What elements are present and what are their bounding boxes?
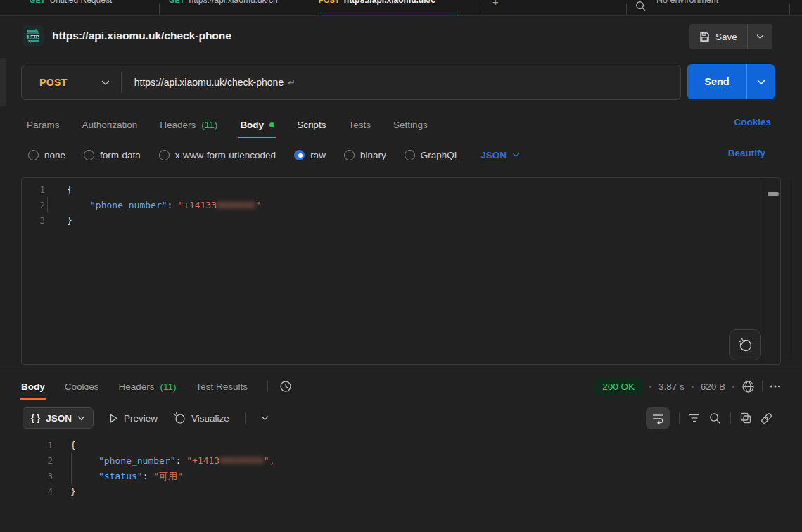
json-key: "status" (98, 471, 143, 481)
response-tab-cookies[interactable]: Cookies (65, 373, 99, 400)
redacted-digits: 0000000 (217, 200, 255, 210)
send-options-button[interactable] (746, 64, 775, 99)
postman-window: GETUntitled Request GEThttps://api.xiaom… (0, 0, 802, 532)
tab-headers[interactable]: Headers (11) (160, 111, 217, 138)
code-line: 1 { (0, 438, 781, 453)
postbot-button[interactable] (729, 329, 761, 360)
response-tools (646, 407, 772, 429)
radio-icon (28, 150, 39, 160)
url-bar: POST https://api.xiaomu.uk/check-phone ↵ (21, 65, 681, 100)
editor-scrollbar-thumb[interactable] (768, 192, 779, 196)
indent-guide (71, 453, 72, 484)
code-line: 3 "status": "可用" (0, 469, 781, 484)
mode-binary[interactable]: binary (344, 150, 386, 160)
cookies-link[interactable]: Cookies (734, 117, 771, 127)
save-options-button[interactable] (747, 24, 772, 49)
dot-separator (692, 386, 694, 388)
response-tab-test-results[interactable]: Test Results (196, 373, 248, 400)
redacted-digits: 00000000 (219, 455, 264, 466)
radio-icon (344, 150, 355, 160)
method-dropdown[interactable]: POST (22, 77, 121, 88)
code-line: 2 "phone_number": "+141300000000", (0, 453, 781, 469)
response-body-viewer[interactable]: 1 { 2 "phone_number": "+141300000000", 3… (0, 433, 781, 500)
postbot-sparkle-icon (737, 337, 753, 353)
enter-hint: ↵ (288, 77, 295, 88)
word-wrap-button[interactable] (646, 407, 670, 429)
tab-params[interactable]: Params (27, 111, 60, 138)
method-label: POST (39, 77, 68, 88)
json-key: "phone_number" (98, 455, 176, 466)
preview-button[interactable]: Preview (109, 413, 158, 424)
request-tab-3-active[interactable]: POSThttps://api.xiaomu.uk/c (319, 0, 435, 5)
send-button[interactable]: Send (687, 64, 746, 99)
mode-graphql[interactable]: GraphQL (405, 150, 460, 160)
save-icon (699, 32, 710, 42)
request-tab-1[interactable]: GETUntitled Request (30, 0, 112, 5)
request-tab-2[interactable]: GEThttps://api.xiaomu.uk/ch (169, 0, 278, 5)
tab-scripts[interactable]: Scripts (297, 111, 326, 138)
divider (762, 381, 763, 392)
language-dropdown[interactable]: JSON (480, 150, 520, 160)
dot-separator (732, 386, 734, 388)
new-tab-button[interactable]: + (492, 0, 499, 8)
code-line: 3 } (22, 213, 780, 229)
tab-title: https://api.xiaomu.uk/c (344, 0, 435, 5)
tab-tests[interactable]: Tests (348, 111, 371, 138)
response-history-icon[interactable] (279, 380, 292, 393)
response-format-dropdown[interactable]: { } JSON (23, 407, 94, 429)
code-line: 1 { (22, 182, 780, 198)
environment-selector[interactable]: No environment (656, 0, 718, 5)
dot-separator (649, 386, 651, 388)
response-tab-headers[interactable]: Headers (11) (119, 373, 177, 400)
svg-text:HTTP: HTTP (27, 34, 39, 39)
divider (267, 381, 268, 392)
response-size[interactable]: 620 B (701, 381, 725, 392)
request-body-editor[interactable]: 1 { 2 "phone_number": "+141330000000" 3 … (21, 177, 781, 365)
active-tab-underline (319, 15, 457, 16)
collapsed-sidebar-edge (0, 58, 6, 106)
mode-form-data[interactable]: form-data (84, 150, 141, 160)
search-in-response-icon[interactable] (709, 412, 721, 424)
method-badge: GET (169, 0, 185, 4)
tab-body[interactable]: Body (240, 111, 274, 138)
json-string-value: "可用" (153, 471, 183, 481)
url-input[interactable]: https://api.xiaomu.uk/check-phone (134, 77, 284, 88)
chevron-down-icon (77, 415, 85, 421)
radio-icon (159, 150, 170, 160)
body-mode-row: none form-data x-www-form-urlencoded raw… (28, 142, 520, 167)
response-time[interactable]: 3.87 s (658, 381, 685, 392)
json-string-value: "+14133 (178, 200, 217, 210)
link-icon[interactable] (760, 412, 772, 424)
headers-count-badge: (11) (201, 120, 217, 130)
radio-icon (294, 150, 305, 160)
tab-authorization[interactable]: Authorization (82, 111, 138, 138)
response-meta: 200 OK 3.87 s 620 B (594, 373, 781, 400)
search-icon[interactable] (635, 1, 647, 12)
mode-x-www-form-urlencoded[interactable]: x-www-form-urlencoded (159, 150, 276, 160)
beautify-link[interactable]: Beautify (728, 148, 765, 158)
mode-none[interactable]: none (28, 150, 65, 160)
filter-icon[interactable] (689, 414, 700, 422)
tab-divider (789, 4, 790, 15)
copy-icon[interactable] (740, 412, 751, 424)
body-has-content-dot (269, 122, 274, 127)
divider (730, 412, 731, 424)
tab-divider (626, 4, 627, 15)
response-headers-count-badge: (11) (160, 381, 177, 392)
tab-settings[interactable]: Settings (393, 111, 428, 138)
save-split-button: Save (689, 24, 772, 49)
editor-scroll-track (765, 178, 765, 364)
mode-raw-selected[interactable]: raw (294, 150, 326, 160)
visualize-options-chevron[interactable] (261, 415, 269, 421)
save-button[interactable]: Save (689, 24, 747, 49)
chevron-down-icon (757, 79, 765, 85)
status-badge[interactable]: 200 OK (594, 379, 642, 395)
pane-edge-line (789, 177, 789, 359)
globe-icon[interactable] (741, 380, 755, 393)
code-line: 4 } (0, 484, 781, 500)
method-badge: POST (319, 0, 340, 4)
response-tabs: Body Cookies Headers (11) Test Results (21, 373, 292, 400)
response-tab-body[interactable]: Body (21, 373, 45, 400)
more-options-icon[interactable] (770, 384, 781, 388)
visualize-button[interactable]: Visualize (173, 412, 229, 424)
